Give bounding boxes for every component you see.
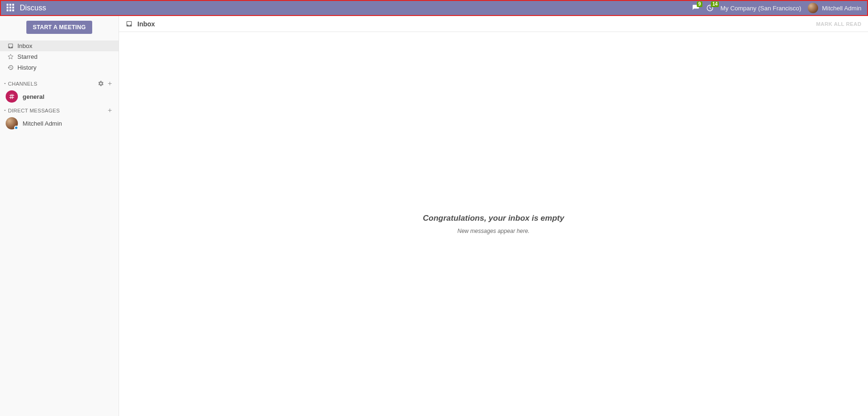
navbar-left: Discuss bbox=[7, 4, 46, 12]
activities-badge: 14 bbox=[711, 1, 719, 7]
main-area: START A MEETING Inbox Starred History CH… bbox=[0, 16, 868, 416]
dm-avatar-wrap bbox=[6, 117, 18, 129]
mailbox-list: Inbox Starred History bbox=[0, 38, 119, 78]
dm-header: DIRECT MESSAGES bbox=[0, 104, 119, 115]
channel-general[interactable]: general bbox=[0, 88, 119, 104]
activities-menu[interactable]: 14 bbox=[706, 4, 714, 12]
caret-down-icon[interactable] bbox=[3, 108, 7, 112]
plus-icon[interactable] bbox=[107, 107, 113, 113]
avatar bbox=[808, 3, 818, 13]
plus-icon[interactable] bbox=[107, 80, 113, 87]
mailbox-history[interactable]: History bbox=[0, 62, 119, 73]
mailbox-label: Inbox bbox=[17, 42, 32, 49]
channel-label: general bbox=[23, 93, 44, 100]
company-switcher[interactable]: My Company (San Francisco) bbox=[720, 5, 801, 12]
inbox-icon bbox=[126, 20, 133, 27]
thread-content: Inbox MARK ALL READ Congratulations, you… bbox=[119, 16, 868, 416]
user-menu[interactable]: Mitchell Admin bbox=[808, 3, 861, 13]
app-brand[interactable]: Discuss bbox=[20, 4, 46, 12]
top-navbar: Discuss 9 14 My Company (San Francisco) … bbox=[0, 0, 868, 16]
mailbox-label: History bbox=[17, 64, 36, 71]
empty-title: Congratulations, your inbox is empty bbox=[423, 214, 564, 223]
presence-online-icon bbox=[14, 126, 18, 130]
hash-icon bbox=[6, 90, 18, 103]
sidebar-top: START A MEETING bbox=[0, 16, 119, 38]
mailbox-starred[interactable]: Starred bbox=[0, 51, 119, 62]
user-name-label: Mitchell Admin bbox=[822, 5, 861, 12]
navbar-right: 9 14 My Company (San Francisco) Mitchell… bbox=[692, 3, 861, 13]
dm-actions bbox=[107, 107, 113, 113]
dm-mitchell-admin[interactable]: Mitchell Admin bbox=[0, 115, 119, 131]
gear-icon[interactable] bbox=[98, 80, 104, 87]
channels-header: CHANNELS bbox=[0, 78, 119, 88]
discuss-sidebar: START A MEETING Inbox Starred History CH… bbox=[0, 16, 119, 416]
thread-body: Congratulations, your inbox is empty New… bbox=[119, 32, 868, 416]
mailbox-label: Starred bbox=[17, 53, 38, 60]
mailbox-inbox[interactable]: Inbox bbox=[0, 40, 119, 51]
inbox-icon bbox=[8, 43, 14, 49]
star-icon bbox=[8, 54, 14, 60]
thread-header: Inbox MARK ALL READ bbox=[119, 16, 868, 32]
caret-down-icon[interactable] bbox=[3, 81, 7, 86]
thread-title-wrap: Inbox bbox=[126, 20, 155, 28]
start-meeting-button[interactable]: START A MEETING bbox=[26, 21, 93, 34]
thread-title: Inbox bbox=[137, 20, 155, 28]
dm-title[interactable]: DIRECT MESSAGES bbox=[8, 108, 60, 113]
apps-icon[interactable] bbox=[7, 4, 15, 12]
messaging-menu[interactable]: 9 bbox=[692, 4, 700, 12]
dm-label: Mitchell Admin bbox=[23, 120, 62, 127]
empty-subtitle: New messages appear here. bbox=[457, 228, 529, 234]
channels-title[interactable]: CHANNELS bbox=[8, 81, 37, 87]
messages-badge: 9 bbox=[697, 1, 702, 7]
mark-all-read-button[interactable]: MARK ALL READ bbox=[816, 21, 861, 27]
channels-actions bbox=[98, 80, 113, 87]
history-icon bbox=[8, 64, 14, 71]
